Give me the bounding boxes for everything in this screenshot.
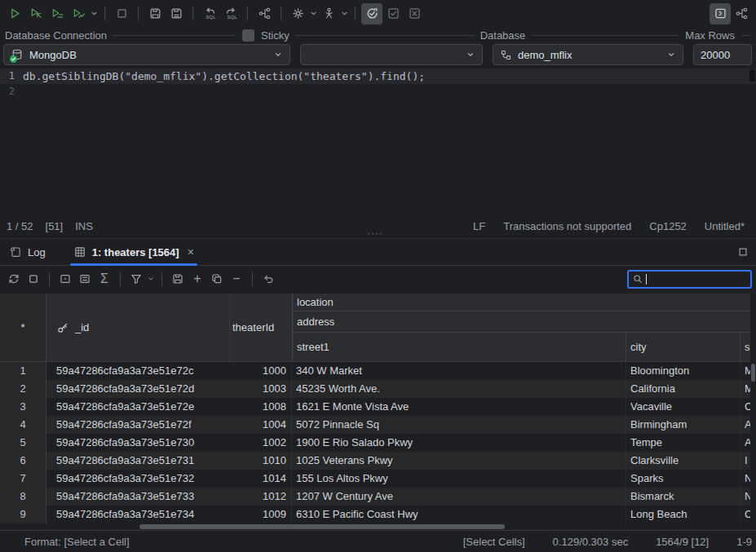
autocommit-toggle[interactable]: [361, 3, 382, 24]
cell-theaterid[interactable]: 1012: [230, 488, 292, 506]
cell-theaterid[interactable]: 1000: [230, 362, 292, 380]
row-number[interactable]: 8: [0, 488, 46, 506]
cell-theaterid[interactable]: 1003: [230, 380, 292, 398]
add-row-button[interactable]: +: [188, 269, 207, 289]
cell-city[interactable]: Long Beach: [626, 506, 741, 523]
duplicate-row-button[interactable]: [207, 269, 227, 289]
cell-theaterid[interactable]: 1010: [230, 452, 292, 470]
cell-street1[interactable]: 1900 E Rio Salado Pkwy: [292, 434, 626, 452]
cell-street1[interactable]: 45235 Worth Ave.: [292, 380, 626, 398]
column-header-street1[interactable]: street1: [292, 333, 626, 361]
cell-id[interactable]: 59a47286cfa9a3a73e51e730: [46, 434, 230, 452]
horizontal-scrollbar[interactable]: [0, 523, 750, 530]
delete-row-button[interactable]: −: [227, 269, 246, 289]
tab-result-theaters[interactable]: 1: theaters [1564] ×: [64, 239, 203, 265]
cell-city[interactable]: Bismarck: [626, 488, 741, 506]
cell-state[interactable]: A: [741, 416, 750, 434]
filter-chevron[interactable]: [146, 268, 156, 289]
cell-street1[interactable]: 1207 W Century Ave: [292, 488, 626, 506]
cell-state[interactable]: N: [741, 470, 750, 488]
cell-id[interactable]: 59a47286cfa9a3a73e51e732: [46, 470, 230, 488]
filter-button[interactable]: [126, 269, 146, 289]
cell-city[interactable]: Vacaville: [626, 398, 741, 416]
presentation-chevron[interactable]: [339, 3, 349, 24]
column-header-address[interactable]: address: [292, 311, 750, 333]
cell-city[interactable]: Sparks: [626, 470, 741, 488]
refresh-button[interactable]: [4, 269, 24, 289]
cell-id[interactable]: 59a47286cfa9a3a73e51e734: [46, 506, 230, 523]
cell-city[interactable]: Bloomington: [626, 362, 741, 380]
cell-street1[interactable]: 155 Los Altos Pkwy: [292, 470, 626, 488]
editor-scrollbar-thumb[interactable]: [749, 69, 755, 82]
execute-options-chevron[interactable]: [89, 3, 99, 24]
table-row[interactable]: 4 59a47286cfa9a3a73e51e72f 1004 5072 Pin…: [0, 416, 750, 434]
tab-log[interactable]: Log: [0, 239, 55, 265]
cell-id[interactable]: 59a47286cfa9a3a73e51e72c: [46, 362, 230, 380]
max-rows-input[interactable]: [693, 44, 752, 65]
cell-theaterid[interactable]: 1002: [230, 434, 292, 452]
cell-state[interactable]: M: [741, 362, 750, 380]
table-row[interactable]: 1 59a47286cfa9a3a73e51e72c 1000 340 W Ma…: [0, 362, 750, 380]
result-search-input[interactable]: [647, 272, 747, 286]
row-number[interactable]: 6: [0, 452, 46, 470]
horizontal-scrollbar-thumb[interactable]: [139, 524, 505, 529]
cell-city[interactable]: California: [626, 380, 741, 398]
database-select[interactable]: demo_mflix: [493, 44, 683, 65]
cell-street1[interactable]: 1621 E Monte Vista Ave: [292, 398, 626, 416]
execute-script-button[interactable]: [46, 3, 68, 24]
settings-chevron[interactable]: [308, 3, 318, 24]
query-text[interactable]: db.getSiblingDB("demo_mflix").getCollect…: [23, 68, 425, 84]
corner-header[interactable]: *: [0, 294, 46, 361]
cancel-button[interactable]: [24, 269, 43, 289]
cell-id[interactable]: 59a47286cfa9a3a73e51e731: [46, 452, 230, 470]
output-panel-toggle[interactable]: [710, 3, 731, 24]
cell-street1[interactable]: 1025 Veterans Pkwy: [292, 452, 626, 470]
execution-plan-button[interactable]: [254, 3, 275, 24]
vertical-scrollbar-thumb[interactable]: [751, 364, 755, 382]
cell-theaterid[interactable]: 1008: [230, 398, 292, 416]
execute-statement-button[interactable]: [4, 3, 25, 24]
cell-state[interactable]: N: [741, 488, 750, 506]
cell-state[interactable]: C: [741, 506, 750, 523]
cell-state[interactable]: M: [741, 380, 750, 398]
close-icon[interactable]: ×: [188, 245, 194, 258]
table-row[interactable]: 3 59a47286cfa9a3a73e51e72e 1008 1621 E M…: [0, 398, 750, 416]
revert-button[interactable]: [259, 269, 278, 289]
redo-sql-button[interactable]: [220, 3, 241, 24]
export-data-button[interactable]: [168, 269, 188, 289]
cell-id[interactable]: 59a47286cfa9a3a73e51e72d: [46, 380, 230, 398]
row-number[interactable]: 9: [0, 506, 46, 523]
encoding[interactable]: Cp1252: [649, 220, 687, 232]
line-ending[interactable]: LF: [473, 220, 485, 232]
cell-street1[interactable]: 6310 E Pacific Coast Hwy: [292, 506, 626, 523]
save-button[interactable]: [144, 3, 166, 24]
table-row[interactable]: 8 59a47286cfa9a3a73e51e733 1012 1207 W C…: [0, 488, 750, 506]
record-view-button[interactable]: [75, 269, 95, 289]
connection-select[interactable]: MongoDB: [3, 44, 290, 65]
vertical-scrollbar[interactable]: [750, 362, 756, 530]
cell-city[interactable]: Tempe: [626, 434, 741, 452]
row-number[interactable]: 3: [0, 398, 46, 416]
row-number[interactable]: 5: [0, 434, 46, 452]
table-row[interactable]: 7 59a47286cfa9a3a73e51e732 1014 155 Los …: [0, 470, 750, 488]
row-number[interactable]: 1: [0, 362, 46, 380]
column-header-location[interactable]: location: [292, 294, 750, 311]
grid-view-button[interactable]: [55, 269, 75, 289]
schema-select[interactable]: [300, 44, 483, 65]
stop-execution-button[interactable]: [111, 3, 132, 24]
splitter-handle[interactable]: ····: [367, 227, 383, 239]
sql-editor[interactable]: 1 2 db.getSiblingDB("demo_mflix").getCol…: [0, 68, 756, 214]
services-button[interactable]: [731, 3, 752, 24]
table-row[interactable]: 5 59a47286cfa9a3a73e51e730 1002 1900 E R…: [0, 434, 750, 452]
column-header-theaterid[interactable]: theaterId: [230, 294, 292, 361]
cell-state[interactable]: I: [741, 452, 750, 470]
cell-city[interactable]: Clarksville: [626, 452, 741, 470]
table-row[interactable]: 2 59a47286cfa9a3a73e51e72d 1003 45235 Wo…: [0, 380, 750, 398]
cell-street1[interactable]: 5072 Pinnacle Sq: [292, 416, 626, 434]
table-row[interactable]: 9 59a47286cfa9a3a73e51e734 1009 6310 E P…: [0, 506, 750, 523]
execute-new-tab-button[interactable]: [25, 3, 46, 24]
row-number[interactable]: 7: [0, 470, 46, 488]
cell-theaterid[interactable]: 1014: [230, 470, 292, 488]
save-as-button[interactable]: [166, 3, 187, 24]
cell-state[interactable]: A: [741, 434, 750, 452]
